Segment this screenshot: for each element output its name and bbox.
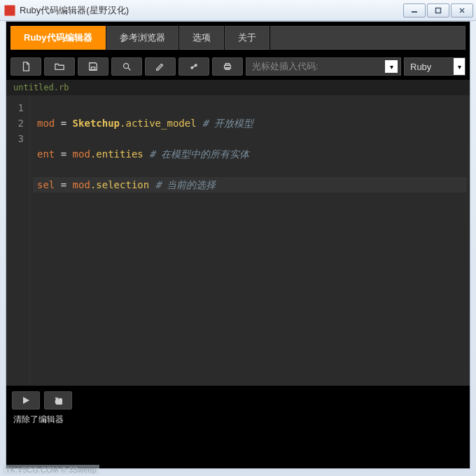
line-number: 2 xyxy=(9,115,24,131)
filename: untitled.rb xyxy=(13,83,69,92)
tab-label: 参考浏览器 xyxy=(120,31,165,44)
title-bar[interactable]: Ruby代码编辑器(星野汉化) xyxy=(0,0,476,21)
app-body: Ruby代码编辑器 参考浏览器 选项 关于 xyxy=(6,21,470,469)
tab-ruby-editor[interactable]: Ruby代码编辑器 xyxy=(10,26,106,50)
line-gutter: 1 2 3 xyxy=(6,96,30,386)
maximize-button[interactable] xyxy=(427,4,449,18)
code-line: ent = mod.entities # 在模型中的所有实体 xyxy=(33,146,467,162)
run-button[interactable] xyxy=(12,391,40,410)
language-select[interactable]: Ruby xyxy=(404,57,465,76)
window-title: Ruby代码编辑器(星野汉化) xyxy=(20,4,403,17)
footer-text: TK.V5CG.COM © 3Sweep xyxy=(6,465,97,474)
search-button[interactable] xyxy=(111,57,142,76)
svg-line-6 xyxy=(128,68,131,71)
close-button[interactable] xyxy=(451,4,473,18)
code-line: mod = Sketchup.active_model # 开放模型 xyxy=(33,115,467,131)
insert-code-select[interactable]: 光标处插入代码: xyxy=(246,57,401,76)
svg-marker-12 xyxy=(23,397,29,404)
line-number: 3 xyxy=(9,131,24,146)
undo-button[interactable] xyxy=(44,391,72,410)
tab-filler xyxy=(270,26,466,50)
print-button[interactable] xyxy=(212,57,243,76)
chevron-down-icon xyxy=(454,58,465,75)
insert-placeholder: 光标处插入代码: xyxy=(252,60,318,73)
save-file-button[interactable] xyxy=(78,57,108,76)
svg-rect-10 xyxy=(225,64,229,66)
chevron-down-icon xyxy=(385,60,398,73)
svg-point-5 xyxy=(124,64,129,69)
svg-rect-4 xyxy=(91,67,94,70)
footer-watermark: TK.V5CG.COM © 3Sweep xyxy=(3,465,99,475)
tab-label: 关于 xyxy=(238,31,256,44)
svg-rect-1 xyxy=(436,8,441,13)
run-bar xyxy=(6,386,470,412)
tab-about[interactable]: 关于 xyxy=(225,26,270,50)
window-frame: Ruby代码编辑器(星野汉化) Ruby代码编辑器 参考浏览器 选项 关于 xyxy=(0,0,476,476)
tab-reference-browser[interactable]: 参考浏览器 xyxy=(106,26,178,50)
language-label: Ruby xyxy=(410,62,431,72)
filename-bar: untitled.rb xyxy=(6,80,470,96)
tab-label: Ruby代码编辑器 xyxy=(24,31,92,44)
code-line: sel = mod.selection # 当前的选择 xyxy=(33,177,467,192)
open-file-button[interactable] xyxy=(44,57,75,76)
code-area[interactable]: mod = Sketchup.active_model # 开放模型 ent =… xyxy=(30,96,470,386)
tab-label: 选项 xyxy=(192,31,211,44)
new-file-button[interactable] xyxy=(10,57,41,76)
minimize-button[interactable] xyxy=(403,4,426,18)
code-editor[interactable]: 1 2 3 mod = Sketchup.active_model # 开放模型… xyxy=(6,96,470,386)
app-icon xyxy=(4,5,15,16)
line-number: 1 xyxy=(9,100,24,115)
tab-options[interactable]: 选项 xyxy=(179,26,224,50)
console-output: 清除了编辑器 xyxy=(6,412,470,468)
toolbar: 光标处插入代码: Ruby xyxy=(6,50,470,80)
settings-button[interactable] xyxy=(178,57,209,76)
edit-button[interactable] xyxy=(145,57,176,76)
main-tabs: Ruby代码编辑器 参考浏览器 选项 关于 xyxy=(10,26,465,50)
console-line: 清除了编辑器 xyxy=(13,414,463,426)
